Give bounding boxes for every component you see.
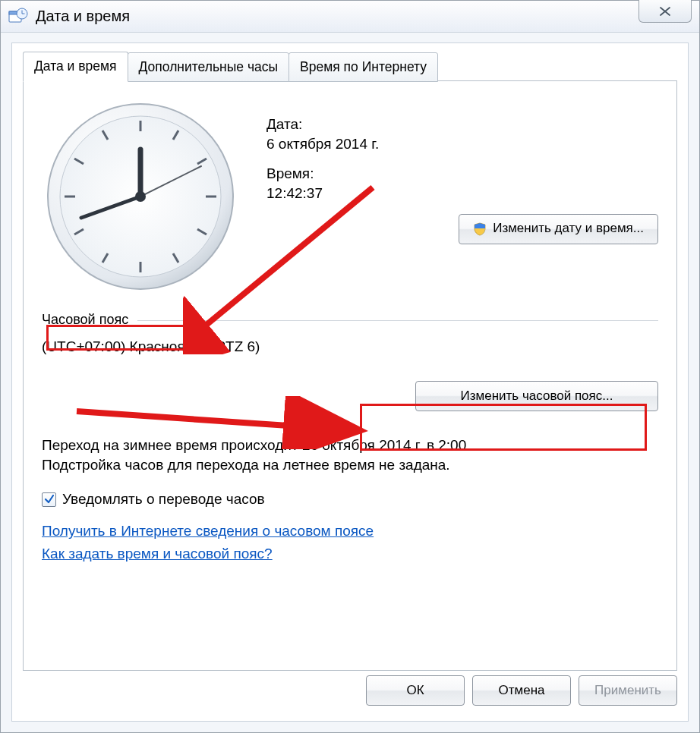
datetime-info: Дата: 6 октября 2014 г. Время: 12:42:37: [266, 98, 658, 295]
svg-line-24: [77, 411, 356, 430]
tab-internet-time[interactable]: Время по Интернету: [289, 52, 438, 82]
apply-button[interactable]: Применить: [579, 675, 677, 706]
clock-calendar-icon: [8, 7, 28, 27]
time-value: 12:42:37: [266, 184, 658, 203]
change-timezone-label: Изменить часовой пояс...: [461, 389, 613, 404]
dst-info: Переход на зимнее время происходит 26 ок…: [42, 436, 658, 474]
analog-clock: [42, 98, 239, 295]
change-datetime-label: Изменить дату и время...: [493, 220, 644, 238]
date-label: Дата:: [266, 115, 658, 134]
tab-additional-clocks[interactable]: Дополнительные часы: [128, 52, 290, 82]
tab-strip: Дата и время Дополнительные часы Время п…: [23, 51, 688, 81]
divider: [137, 320, 658, 321]
apply-label: Применить: [594, 683, 661, 698]
close-button[interactable]: [639, 0, 692, 23]
dst-line1: Переход на зимнее время происходит 26 ок…: [42, 436, 658, 455]
change-datetime-button[interactable]: Изменить дату и время...: [459, 214, 658, 244]
ok-label: ОК: [406, 683, 424, 698]
window-date-and-time: Дата и время Дата и время Дополнительные…: [0, 0, 700, 733]
cancel-button[interactable]: Отмена: [472, 675, 571, 706]
client-area: Дата и время Дополнительные часы Время п…: [11, 42, 689, 722]
window-title: Дата и время: [36, 8, 130, 25]
notify-checkbox-label: Уведомлять о переводе часов: [62, 491, 265, 508]
timezone-section: Часовой пояс (UTC+07:00) Красноярск (RTZ…: [42, 312, 658, 411]
tab-panel: Дата: 6 октября 2014 г. Время: 12:42:37: [23, 80, 677, 671]
timezone-heading: Часовой пояс: [42, 312, 128, 328]
ok-button[interactable]: ОК: [366, 675, 465, 706]
notify-checkbox[interactable]: [42, 492, 56, 507]
dst-line2: Подстройка часов для перехода на летнее …: [42, 455, 658, 475]
titlebar: Дата и время: [1, 1, 699, 33]
uac-shield-icon: [473, 222, 487, 236]
svg-point-22: [135, 191, 146, 202]
change-timezone-button[interactable]: Изменить часовой пояс...: [415, 381, 658, 411]
dialog-button-bar: ОК Отмена Применить: [23, 675, 677, 710]
date-value: 6 октября 2014 г.: [266, 134, 658, 154]
link-how-to-set[interactable]: Как задать время и часовой пояс?: [42, 546, 273, 562]
time-label: Время:: [266, 164, 658, 184]
link-timezone-info[interactable]: Получить в Интернете сведения о часовом …: [42, 523, 374, 540]
cancel-label: Отмена: [499, 683, 545, 698]
tab-date-and-time[interactable]: Дата и время: [23, 52, 128, 82]
timezone-value: (UTC+07:00) Красноярск (RTZ 6): [42, 338, 658, 355]
